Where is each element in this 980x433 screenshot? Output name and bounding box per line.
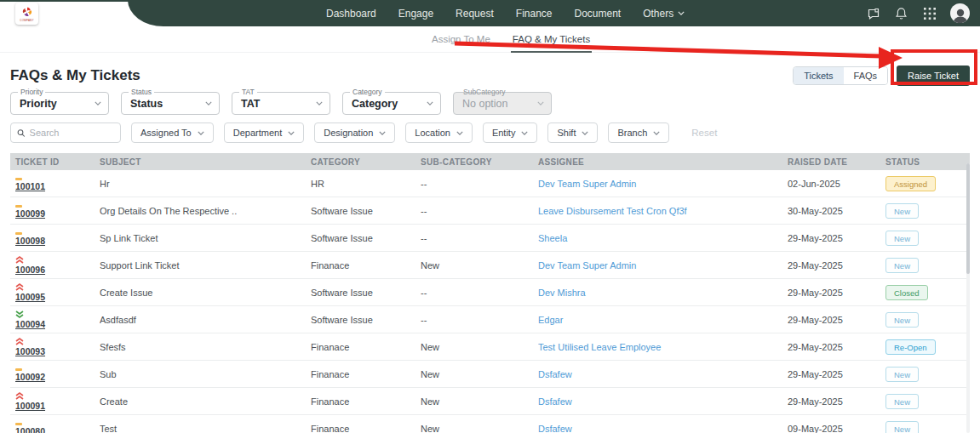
designation-filter[interactable]: Designation <box>314 122 395 143</box>
chevron-down-icon <box>537 101 544 105</box>
user-avatar[interactable] <box>950 3 970 23</box>
priority-icon <box>15 311 100 318</box>
apps-grid-icon[interactable] <box>922 6 937 20</box>
shift-filter[interactable]: Shift <box>547 122 598 143</box>
table-row: 100096 Support Link Ticket Finanace New … <box>10 252 970 279</box>
view-toggle: Tickets FAQs <box>793 66 888 85</box>
status-badge: Assigned <box>885 176 936 191</box>
ticket-id-link[interactable]: 100096 <box>15 265 45 275</box>
ticket-id-link[interactable]: 100095 <box>15 292 45 302</box>
ticket-id-link[interactable]: 100094 <box>15 319 45 329</box>
vertical-scrollbar[interactable] <box>966 163 970 433</box>
logo-caption: COMPANY <box>20 19 33 22</box>
category-select[interactable]: Category Category <box>342 92 441 115</box>
ticket-id-link[interactable]: 100092 <box>15 372 45 382</box>
branch-filter[interactable]: Branch <box>608 122 669 143</box>
nav-others[interactable]: Others <box>643 8 685 20</box>
category-cell: Software Issue <box>311 206 421 216</box>
assignee-link[interactable]: Sheela <box>538 233 788 243</box>
assignee-link[interactable]: Dsfafew <box>538 424 788 433</box>
chevron-down-icon <box>288 131 295 135</box>
assigned-to-filter[interactable]: Assigned To <box>131 122 214 143</box>
nav-document[interactable]: Document <box>575 8 622 20</box>
nav-dashboard[interactable]: Dashboard <box>326 8 376 20</box>
raised-date-cell: 29-May-2025 <box>788 369 885 379</box>
scrollbar-thumb[interactable] <box>966 163 970 274</box>
subject-cell: Sfesfs <box>100 342 311 352</box>
subject-cell: Asdfasdf <box>100 315 311 325</box>
top-icons <box>866 0 970 26</box>
sub-tabs: Assign To Me FAQ & My Tickets <box>430 26 592 53</box>
sub-category-cell: -- <box>421 206 538 216</box>
status-cell: New <box>885 230 970 247</box>
table-row: 100098 Sp Link Ticket Software Issue -- … <box>10 225 970 252</box>
ticket-id-cell: 100080 <box>15 421 100 433</box>
ticket-id-link[interactable]: 100091 <box>15 401 45 411</box>
sub-category-cell: -- <box>421 179 538 189</box>
assignee-link[interactable]: Dsfafew <box>538 396 788 407</box>
tab-assign-to-me[interactable]: Assign To Me <box>430 26 492 53</box>
status-cell: Assigned <box>885 175 970 192</box>
assignee-link[interactable]: Dev Mishra <box>538 288 788 298</box>
assignee-link[interactable]: Test Utilised Leave Employee <box>538 342 788 352</box>
ticket-id-cell: 100098 <box>15 231 100 246</box>
tat-select[interactable]: TAT TAT <box>232 92 330 115</box>
assignee-link[interactable]: Dev Team Super Admin <box>538 260 788 271</box>
raised-date-cell: 29-May-2025 <box>788 233 885 243</box>
search-input[interactable] <box>30 128 114 138</box>
priority-icon <box>15 256 100 264</box>
sub-tabs-row: Assign To Me FAQ & My Tickets <box>0 26 980 53</box>
ticket-id-cell: 100101 <box>15 176 100 191</box>
sub-category-cell: New <box>421 260 538 271</box>
tab-faq-my-tickets[interactable]: FAQ & My Tickets <box>511 26 592 53</box>
table-header-row: TICKET ID SUBJECT CATEGORY SUB-CATEGORY … <box>10 153 970 170</box>
faqs-toggle-button[interactable]: FAQs <box>844 67 888 84</box>
chevron-down-icon <box>582 131 588 135</box>
priority-icon <box>15 392 100 400</box>
ticket-id-link[interactable]: 100080 <box>15 426 45 433</box>
ticket-id-link[interactable]: 100098 <box>15 236 45 246</box>
search-box <box>10 122 121 143</box>
status-badge: New <box>885 394 919 409</box>
company-logo[interactable]: COMPANY <box>15 3 38 25</box>
raised-date-cell: 30-May-2025 <box>788 206 885 216</box>
shift-filter-label: Shift <box>557 128 576 138</box>
nav-engage[interactable]: Engage <box>398 8 433 20</box>
status-cell: Closed <box>885 284 970 301</box>
bell-icon[interactable] <box>894 6 908 20</box>
table-row: 100091 Create Finanace New Dsfafew 29-Ma… <box>10 388 970 415</box>
raised-date-cell: 29-May-2025 <box>788 288 885 298</box>
status-cell: New <box>885 202 970 219</box>
status-cell: New <box>885 257 970 274</box>
raise-ticket-button[interactable]: Raise Ticket <box>897 66 970 86</box>
priority-select[interactable]: Priority Priority <box>10 92 109 115</box>
assignee-link[interactable]: Dev Team Super Admin <box>538 179 788 189</box>
nav-finance[interactable]: Finance <box>516 8 553 20</box>
ticket-id-link[interactable]: 100093 <box>15 346 45 356</box>
reset-filters-link[interactable]: Reset <box>691 128 717 138</box>
entity-filter[interactable]: Entity <box>483 122 538 143</box>
assignee-link[interactable]: Dsfafew <box>538 369 788 379</box>
subcategory-select-label: SubCategory <box>461 88 508 96</box>
ticket-id-link[interactable]: 100099 <box>15 208 45 219</box>
tickets-table: TICKET ID SUBJECT CATEGORY SUB-CATEGORY … <box>10 153 970 433</box>
priority-icon <box>15 203 100 208</box>
chevron-down-icon <box>205 101 212 105</box>
table-row: 100093 Sfesfs Finanace New Test Utilised… <box>10 333 970 361</box>
chat-icon[interactable] <box>866 6 880 20</box>
status-cell: Re-Open <box>885 339 970 356</box>
category-cell: HR <box>311 179 421 189</box>
department-filter[interactable]: Department <box>224 122 304 143</box>
tickets-toggle-button[interactable]: Tickets <box>794 67 843 84</box>
status-select[interactable]: Status Status <box>121 92 220 115</box>
designation-filter-label: Designation <box>324 128 373 138</box>
ticket-id-link[interactable]: 100101 <box>15 181 45 191</box>
table-body: 100101 Hr HR -- Dev Team Super Admin 02-… <box>10 170 970 433</box>
chevron-down-icon <box>456 131 463 135</box>
raised-date-cell: 02-Jun-2025 <box>788 179 885 189</box>
location-filter[interactable]: Location <box>405 122 473 143</box>
assignee-link[interactable]: Leave Disbursement Test Cron Qf3f <box>538 206 788 216</box>
sub-category-cell: New <box>421 342 538 352</box>
assignee-link[interactable]: Edgar <box>538 315 788 325</box>
nav-request[interactable]: Request <box>456 8 494 20</box>
